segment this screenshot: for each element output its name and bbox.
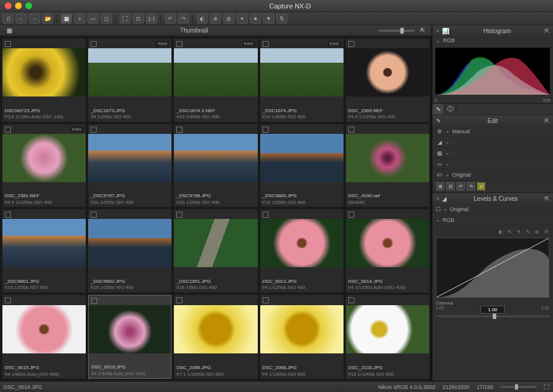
gamma-slider[interactable] [436,315,549,317]
zoom-100-button[interactable]: 1:1 [146,14,157,24]
single-view-button[interactable]: ▭ [88,14,98,24]
edit-badge-icon [5,127,11,133]
raw-badge: RAW [70,127,83,132]
thumbnail-image [2,134,86,182]
edit-adjustment-row[interactable]: ▭⌄ [432,159,553,169]
levels-preset-row[interactable]: ☐ ⌄ Original [432,204,553,215]
edit-tab-2[interactable]: ⓘ [444,104,456,115]
levels-title: Levels & Curves [449,195,542,202]
thumbnail-item[interactable]: DSC_2098.JPGf/4 1/1000s ISO 800 [260,295,344,379]
expand-icon[interactable]: ⇱ [418,27,427,35]
thumbnail-image [88,48,171,96]
thumbnail-filename: DSC_2381.NEF [5,193,83,199]
status-dimensions: 2128x3200 [443,384,470,390]
paste-icon[interactable]: ⊟ [446,182,455,191]
expand-panel-icon[interactable]: ⇱ [545,28,549,34]
sort-button[interactable]: ⇅ [276,14,287,24]
thumbnail-item[interactable]: _DSC1851.JPGf/16 1/60s ISO 400 [174,209,257,292]
edit-badge-icon [91,127,97,133]
thumbnail-view-button[interactable]: ▦ [61,14,72,24]
close-panel-icon[interactable]: × [436,27,440,34]
tool-d-button[interactable]: ✦ [237,14,248,24]
gamma-input[interactable] [481,306,505,314]
thumbnail-item[interactable]: DSC_0015.JPGf/4 1/800s Auto (ISO 400) [2,295,86,379]
edit-tab-1[interactable]: ✎ [432,104,444,115]
contrast-icon[interactable]: ◐ [497,228,504,235]
close-panel-icon[interactable]: × [436,195,440,202]
copy-icon[interactable]: ⊞ [436,182,444,191]
levels-preset-label: Original [450,206,468,212]
thumbnail-item[interactable]: DSC_0013.JPGf/4 1/1250s ISO 400 [260,209,344,292]
add-point-icon[interactable]: ⊕ [533,228,540,235]
thumbnail-item[interactable]: RAWDSC_2381.NEFf/4.5 1/1250s ISO 400 [2,124,86,207]
back-button[interactable]: ← [16,14,27,24]
list-view-button[interactable]: ≡ [74,14,85,24]
thumbnail-item[interactable]: RAW_DSC1673.JPGf/8 1/250s ISO 400 [88,39,171,122]
edit-adjustment-row[interactable]: ⚙⌄Manual [432,126,553,137]
close-window-button[interactable] [5,2,11,9]
thumbnail-exif: f/10 1/250s ISO 400 [91,200,169,206]
expand-panel-icon[interactable]: ⇱ [545,118,549,124]
levels-channel-row[interactable]: ⌄ RGB [432,215,553,226]
thumbnail-item[interactable]: _DSC9798.JPGf/10 1/200s ISO 400 [174,124,257,207]
histogram-channel-toggle[interactable]: ⌄ RGB [432,36,553,45]
edit-adjustment-row[interactable]: ▦⌄ [432,148,553,159]
eyedropper-gray-icon[interactable]: ✎ [515,228,522,235]
thumbnail-image [346,48,429,96]
thumbnail-item[interactable]: _DSC9802.JPGf/10 1/250s ISO 400 [88,209,171,292]
chevron-down-icon: ⌄ [446,161,450,166]
tool-e-button[interactable]: ★ [250,14,261,24]
status-zoom-slider[interactable] [500,386,537,388]
checkbox-icon[interactable]: ☐ [436,206,441,212]
thumbnail-item[interactable]: DSC_0018.JPGf/4 1/160s Auto (ISO 400) [88,295,171,379]
edit-badge-icon [5,297,11,303]
fullscreen-button[interactable]: ⛶ [120,14,130,24]
undo-icon[interactable]: ↶ [456,182,465,191]
fullscreen-icon[interactable]: ⛶ [544,384,549,390]
status-bar: DSC_0018.JPG Nikon sRGB 4.0.0.3002 2128x… [0,381,553,392]
minimize-window-button[interactable] [15,2,22,9]
thumbnail-item[interactable]: DSC_2369.NEFf/4.5 1/1250s ISO 400 [346,39,429,122]
curve-editor[interactable] [436,238,549,298]
edit-adjustment-row[interactable]: ◢⌄ [432,137,553,148]
eyedropper-black-icon[interactable]: ✎ [506,228,513,235]
thumbnail-item[interactable]: RAW_DSC1674 2.NEFf/10 1/400s ISO 400 [174,39,257,122]
thumbnail-filename: DSC_0013.JPG [263,279,341,285]
status-position: 17/156 [476,384,493,390]
thumbnail-item[interactable]: DSCN0723.JPGf/3.6 1/160s Auto (ISO 100) [2,39,86,122]
tool-a-button[interactable]: ◐ [197,14,208,24]
thumbnail-item[interactable]: _DSC9797.JPGf/10 1/250s ISO 400 [88,124,171,207]
thumbnail-image [174,48,257,96]
maximize-window-button[interactable] [25,2,32,9]
thumbnail-item[interactable]: _DSC9800.JPGf/10 1/500s ISO 400 [260,124,344,207]
redo-icon[interactable]: ↷ [467,182,475,191]
thumbnail-item[interactable]: DSC_2096.JPGf/7.1 1/1000s ISO 800 [174,295,257,379]
forward-button[interactable]: → [29,14,40,24]
rotate-ccw-button[interactable]: ↶ [165,14,176,24]
thumbnail-item[interactable]: DSC_4180.nefISO640 [346,124,429,207]
thumbnail-filename: _DSC1674 2.NEF [176,108,255,114]
open-folder-button[interactable]: 📂 [42,14,53,24]
thumbnail-item[interactable]: _DSC9801.JPGf/10 1/250s ISO 400 [2,209,86,292]
thumbnail-image [88,219,171,267]
edit-badge-icon [263,127,269,133]
compare-view-button[interactable]: ◫ [101,14,112,24]
edit-adjustment-row[interactable]: 🏷⌄Original [432,169,553,180]
thumbnail-item[interactable]: RAW_DSC1674.JPGf/10 1/400s ISO 400 [260,39,344,122]
print-button[interactable]: ⎙ [2,14,13,24]
apply-icon[interactable]: ✔ [477,182,485,191]
thumbnail-item[interactable]: DSC_0014.JPGf/4 1/1250s Auto (ISO 400) [346,209,429,292]
rotate-cw-button[interactable]: ↷ [178,14,189,24]
eyedropper-white-icon[interactable]: ✎ [524,228,531,235]
tool-b-button[interactable]: ⊕ [210,14,221,24]
tool-c-button[interactable]: ⊞ [223,14,234,24]
edit-badge-icon [5,41,11,47]
thumbnail-item[interactable]: DSC_2103.JPGf/10 1/1000s ISO 800 [346,295,429,379]
thumbnail-exif: f/10 1/1000s ISO 800 [348,371,427,378]
filter-button[interactable]: ▼ [263,14,274,24]
reset-icon[interactable]: ↺ [542,228,549,235]
thumbnail-zoom-slider[interactable] [379,30,415,32]
expand-panel-icon[interactable]: ⇱ [545,195,549,202]
thumbnail-image [346,305,429,353]
fit-button[interactable]: ⊡ [133,14,144,24]
